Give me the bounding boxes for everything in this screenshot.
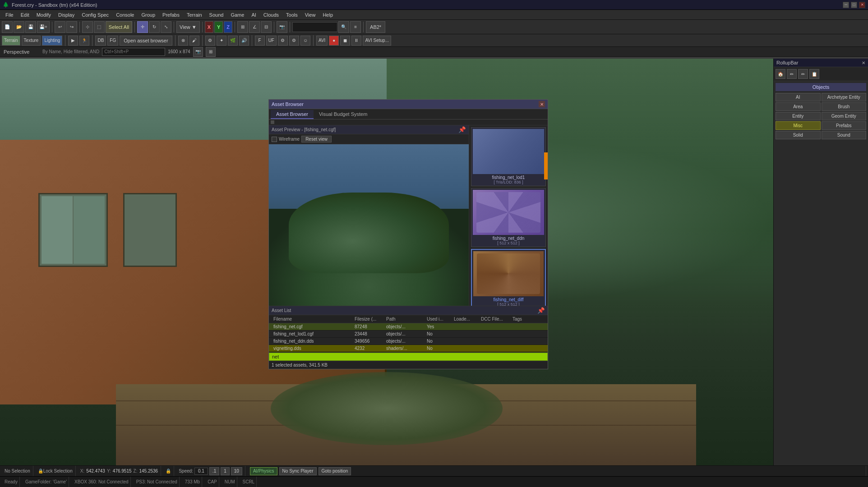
speed-v3-button[interactable]: 10 (231, 467, 242, 475)
table-row[interactable]: fishing_net_ddn.dds 349656 objects/... N… (269, 338, 548, 345)
speed-v1-button[interactable]: .1 (209, 467, 219, 475)
open-button[interactable]: 📂 (14, 21, 24, 33)
reset-view-button[interactable]: Reset view (301, 136, 332, 142)
physics-sim-button[interactable]: ⚙ (205, 36, 215, 46)
obj-btn-brush[interactable]: Brush (822, 102, 867, 111)
tab-asset-browser[interactable]: Asset Browser (271, 110, 314, 119)
rp-icon-4[interactable]: 📋 (809, 69, 819, 79)
select-tool-button[interactable]: ⊹ (82, 21, 93, 33)
menu-edit[interactable]: Edit (17, 11, 33, 18)
obj-btn-entity[interactable]: Entity (776, 112, 821, 120)
rollupbar-close[interactable]: ✕ (862, 60, 865, 65)
scrollbar-thumb[interactable] (544, 152, 548, 179)
ai-physics-button[interactable]: AI/Physics (250, 467, 277, 475)
redo-button[interactable]: ↪ (66, 21, 77, 33)
scale-tool-button[interactable]: ⤡ (161, 21, 171, 33)
pause-button[interactable]: ⏸ (351, 36, 361, 46)
grid-button[interactable]: ⊞ (237, 21, 248, 33)
menu-file[interactable]: File (2, 11, 17, 18)
preview-pin[interactable]: 📌 (458, 126, 466, 133)
stop-button[interactable]: ◼ (340, 36, 350, 46)
lock-coords-status[interactable]: 🔒 (163, 466, 174, 476)
gear1-button[interactable]: ⚙ (278, 36, 288, 46)
obj-btn-geom-entity[interactable]: Geom Entity (822, 112, 867, 120)
asset-browser-close[interactable]: ✕ (539, 101, 545, 107)
menu-clouds[interactable]: Clouds (260, 11, 282, 18)
menu-display[interactable]: Display (55, 11, 78, 18)
thumb-fishing-net-ddn[interactable]: fishing_net_ddn [ 512 x 512 ] (471, 188, 546, 247)
flow-button[interactable]: F (255, 36, 265, 46)
ab2-label-button[interactable]: AB2* (366, 21, 385, 33)
char-button[interactable]: ☺ (300, 36, 310, 46)
preview-canvas[interactable] (269, 144, 469, 306)
obj-btn-solid[interactable]: Solid (776, 131, 821, 139)
texture-button[interactable]: Texture (22, 36, 41, 46)
snap-button[interactable]: ⊟ (261, 21, 272, 33)
z-axis-button[interactable]: Z (224, 21, 232, 33)
layers-button[interactable]: ≡ (350, 21, 361, 33)
rp-icon-3[interactable]: ✏ (798, 69, 808, 79)
menu-modify[interactable]: Modify (33, 11, 55, 18)
sim-button[interactable]: 🏃 (79, 36, 89, 46)
no-sync-player-button[interactable]: No Sync Player (279, 467, 317, 475)
obj-btn-misc[interactable]: Misc (776, 121, 821, 130)
obj-btn-archetype-entity[interactable]: Archetype Entity (822, 93, 867, 101)
menu-terrain[interactable]: Terrain (183, 11, 206, 18)
rp-icon-1[interactable]: 🏠 (776, 69, 785, 79)
name-input[interactable] (292, 22, 337, 32)
menu-view[interactable]: View (301, 11, 319, 18)
table-row[interactable]: fishing_net_lod1.cgf 23448 objects/... N… (269, 331, 548, 338)
thumb-fishing-net-lod1[interactable]: fishing_net_lod1 [ Tris/LOD: 836 ] (471, 127, 546, 186)
new-button[interactable]: 📄 (2, 21, 13, 33)
rotate-tool-button[interactable]: ↻ (149, 21, 160, 33)
search-input[interactable] (102, 48, 165, 56)
avi-button[interactable]: AVI (316, 36, 328, 46)
audio-button[interactable]: 🔊 (239, 36, 249, 46)
lighting-button[interactable]: Lighting (42, 36, 62, 46)
x-axis-button[interactable]: X (205, 21, 213, 33)
speed-input[interactable] (194, 468, 208, 475)
rp-icon-2[interactable]: ✏ (787, 69, 797, 79)
tab-visual-budget[interactable]: Visual Budget System (314, 110, 373, 119)
fg-button[interactable]: FG (107, 36, 118, 46)
table-row[interactable]: vignetting.dds 4232 shaders/... No (269, 345, 548, 352)
asset-search-input[interactable] (269, 353, 548, 361)
close-button[interactable]: ✕ (859, 2, 865, 8)
table-row[interactable]: fishing_net.cgf 87248 objects/... Yes (269, 323, 548, 331)
minimize-button[interactable]: ─ (843, 2, 849, 8)
menu-game[interactable]: Game (227, 11, 248, 18)
menu-group[interactable]: Group (138, 11, 159, 18)
obj-btn-area[interactable]: Area (776, 102, 821, 111)
menu-prefabs[interactable]: Prefabs (159, 11, 183, 18)
menu-help[interactable]: Help (319, 11, 337, 18)
run-button[interactable]: ▶ (68, 36, 78, 46)
thumb-fishing-net-diff[interactable]: fishing_net_diff [ 512 x 512 ] (471, 249, 546, 306)
ab-mini-btn[interactable] (271, 120, 274, 124)
menu-config-spec[interactable]: Config Spec (78, 11, 112, 18)
menu-console[interactable]: Console (112, 11, 138, 18)
goto-position-button[interactable]: Goto position (319, 467, 351, 475)
record-button[interactable]: ● (329, 36, 339, 46)
select-region-button[interactable]: ⬚ (94, 21, 105, 33)
undo-button[interactable]: ↩ (55, 21, 65, 33)
paint-button[interactable]: 🖌 (189, 36, 199, 46)
menu-ai[interactable]: AI (248, 11, 259, 18)
view-dropdown[interactable]: View ▼ (176, 21, 200, 33)
move-tool-button[interactable]: ✛ (137, 21, 148, 33)
lock-selection-status[interactable]: 🔒 Lock Selection (35, 466, 76, 476)
db-button[interactable]: DB (95, 36, 106, 46)
wireframe-checkbox[interactable] (272, 137, 277, 142)
obj-btn-ai[interactable]: AI (776, 93, 821, 101)
speed-v2-button[interactable]: 1 (221, 467, 230, 475)
angle-button[interactable]: ∠ (249, 21, 260, 33)
lasso-button[interactable]: ⊗ (178, 36, 188, 46)
camera-button[interactable]: 📷 (277, 21, 287, 33)
maximize-button[interactable]: □ (851, 2, 857, 8)
uf-button[interactable]: UF (266, 36, 277, 46)
menu-tools[interactable]: Tools (282, 11, 301, 18)
obj-btn-prefabs[interactable]: Prefabs (822, 121, 867, 130)
open-asset-button[interactable]: Open asset browser (120, 36, 172, 46)
particles-button[interactable]: ✦ (217, 36, 226, 46)
asset-list-pin[interactable]: 📌 (537, 307, 545, 314)
terrain-button[interactable]: Terrain (2, 36, 20, 46)
